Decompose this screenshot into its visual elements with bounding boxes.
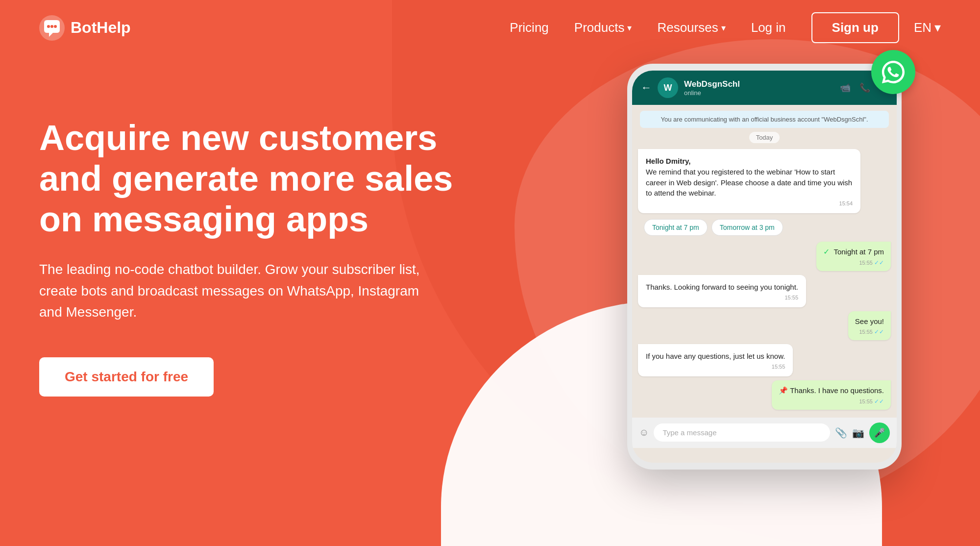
nav-products[interactable]: Products ▾ [574, 20, 632, 35]
contact-status: online [684, 89, 834, 97]
camera-icon: 📷 [852, 427, 864, 439]
emoji-icon: ☺ [639, 427, 649, 438]
chat-bubble-incoming-3: If you have any questions, just let us k… [638, 344, 793, 376]
chat-messages: Hello Dmitry, We remind that you registe… [632, 145, 897, 414]
outgoing-noquestions-row: 📌Thanks. I have no questions. 15:55 ✓✓ [638, 380, 891, 410]
signup-button[interactable]: Sign up [811, 12, 899, 43]
bubble-text: 📌Thanks. I have no questions. [779, 385, 884, 396]
language-selector[interactable]: EN ▾ [914, 20, 941, 35]
logo-icon [39, 15, 65, 41]
double-check-icon: ✓✓ [874, 398, 884, 405]
hero-content: Acquire new customers and generate more … [39, 118, 461, 397]
call-icon: 📞 [859, 82, 870, 93]
contact-name: WebDsgnSchl [684, 79, 834, 89]
whatsapp-header: ← W WebDsgnSchl online 📹 📞 ⋮ [632, 71, 897, 105]
date-divider: Today [632, 134, 897, 141]
chat-bubble-outgoing-selected: ✓ Tonight at 7 pm 15:55 ✓✓ [816, 242, 891, 271]
outgoing-selected-row: ✓ Tonight at 7 pm 15:55 ✓✓ [638, 242, 891, 271]
hero-headline: Acquire new customers and generate more … [39, 118, 461, 239]
quick-reply-buttons: Tonight at 7 pm Tomorrow at 3 pm [644, 219, 885, 236]
logo-text: BotHelp [71, 19, 131, 37]
main-nav: Pricing Products ▾ Resourses ▾ Log in Si… [510, 12, 899, 43]
outgoing-seeyou-row: See you! 15:55 ✓✓ [638, 311, 891, 341]
pin-emoji: 📌 [779, 386, 788, 395]
checkmark-icon: ✓ [823, 247, 830, 256]
qr-tonight[interactable]: Tonight at 7 pm [644, 219, 708, 236]
whatsapp-float-icon [871, 50, 915, 94]
wa-input-bar: ☺ Type a message 📎 📷 🎤 [632, 418, 897, 448]
svg-point-3 [54, 25, 57, 28]
bubble-time: 15:55 ✓✓ [823, 259, 884, 266]
phone-mockup: ← W WebDsgnSchl online 📹 📞 ⋮ You are com… [627, 64, 902, 470]
phone-outer: ← W WebDsgnSchl online 📹 📞 ⋮ You are com… [627, 64, 902, 470]
bubble-time: 15:55 ✓✓ [779, 398, 884, 405]
chat-bubble-incoming-2: Thanks. Looking forward to seeing you to… [638, 275, 806, 307]
mic-button[interactable]: 🎤 [869, 422, 890, 443]
bubble-text: Thanks. Looking forward to seeing you to… [646, 282, 798, 293]
attachment-icon: 📎 [835, 427, 847, 439]
bubble-text: If you have any questions, just let us k… [646, 351, 785, 362]
hero-subtext: The leading no-code chatbot builder. Gro… [39, 259, 421, 323]
hero-section: BotHelp Pricing Products ▾ Resourses ▾ L… [0, 0, 980, 546]
products-chevron-icon: ▾ [627, 23, 632, 33]
cta-button[interactable]: Get started for free [39, 357, 214, 397]
date-badge: Today [749, 132, 780, 143]
bubble-time: 15:55 [646, 295, 798, 300]
nav-pricing[interactable]: Pricing [510, 20, 548, 35]
bubble-time: 15:54 [646, 200, 853, 206]
wa-official-notice: You are communicating with an official b… [640, 111, 889, 128]
bubble-text: Hello Dmitry, We remind that you registe… [646, 156, 853, 199]
double-check-icon: ✓✓ [874, 328, 884, 335]
bubble-bold: Hello Dmitry, [646, 157, 690, 165]
bubble-time: 15:55 [646, 364, 785, 370]
bubble-time: 15:55 ✓✓ [855, 328, 884, 335]
message-input[interactable]: Type a message [654, 423, 830, 442]
svg-point-1 [47, 25, 50, 28]
bubble-text: Tonight at 7 pm [833, 247, 884, 257]
phone-inner: ← W WebDsgnSchl online 📹 📞 ⋮ You are com… [632, 71, 897, 463]
chat-bubble-incoming-1: Hello Dmitry, We remind that you registe… [638, 149, 860, 213]
resources-chevron-icon: ▾ [721, 23, 726, 33]
main-header: BotHelp Pricing Products ▾ Resourses ▾ L… [0, 0, 980, 55]
chat-bubble-outgoing-seeyou: See you! 15:55 ✓✓ [848, 311, 891, 341]
nav-login[interactable]: Log in [751, 20, 786, 35]
logo-area[interactable]: BotHelp [39, 15, 131, 41]
contact-info: WebDsgnSchl online [684, 79, 834, 97]
back-arrow-icon: ← [641, 81, 652, 94]
bubble-text: See you! [855, 316, 884, 327]
lang-chevron-icon: ▾ [934, 20, 941, 35]
nav-resources[interactable]: Resourses ▾ [657, 20, 725, 35]
svg-point-2 [50, 25, 53, 28]
qr-tomorrow[interactable]: Tomorrow at 3 pm [711, 219, 783, 236]
video-icon: 📹 [840, 82, 851, 93]
contact-avatar: W [658, 77, 678, 98]
chat-bubble-outgoing-noquestions: 📌Thanks. I have no questions. 15:55 ✓✓ [772, 380, 891, 410]
double-check-icon: ✓✓ [874, 259, 884, 266]
